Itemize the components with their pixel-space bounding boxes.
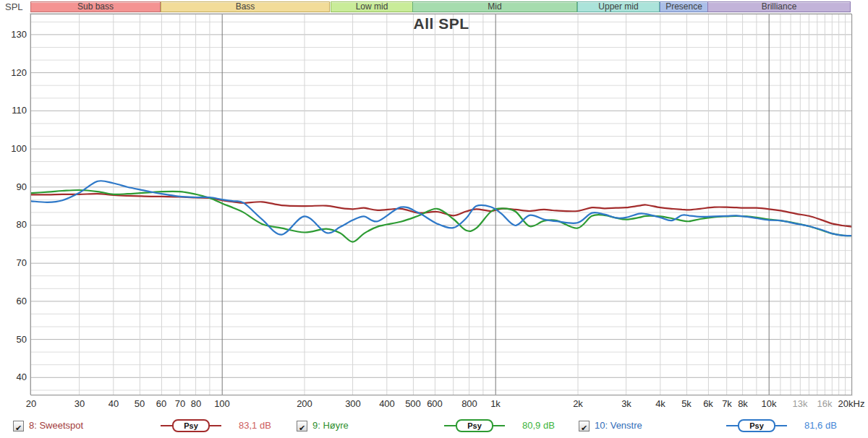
rew-spl-window: SPL Sub bassBassLow midMidUpper midPrese… [0,0,868,438]
gridlines [31,14,851,395]
trace-line-sample [210,425,221,426]
x-tick-label: 2k [556,398,600,409]
y-tick-label: 120 [0,67,27,78]
band-presence: Presence [660,1,708,12]
y-tick-label: 130 [0,29,27,40]
legend-item-venstre: ✔ 10: Venstre Psy 81,6 dB [579,418,854,434]
legend-item-hoyre: ✔ 9: Høyre Psy 80,9 dB [297,418,571,434]
trace-level-value: 81,6 dB [804,420,837,431]
trace-level-value: 80,9 dB [522,420,555,431]
trace-level-value: 83,1 dB [239,420,271,431]
trace-line-sample [493,425,505,426]
y-tick-label: 70 [0,257,27,268]
band-brilliance: Brilliance [707,1,851,12]
trace-10-venstre [31,181,851,236]
band-bass: Bass [161,1,330,12]
psy-smoothing-badge: Psy [738,419,775,432]
psy-smoothing-badge: Psy [172,419,210,432]
trace-label-hoyre[interactable]: 9: Høyre [312,420,349,431]
y-tick-label: 110 [0,105,27,116]
y-tick-label: 40 [0,372,27,382]
trace-line-sample [726,425,738,426]
x-tick-label: 20kHz [830,398,868,409]
x-tick-label: 20 [9,398,53,409]
legend-item-sweetspot: ✔ 8: Sweetspot Psy 83,1 dB [13,418,288,434]
y-axis-title: SPL [5,1,23,12]
band-mid: Mid [412,1,577,12]
trace-line-sample [775,425,787,426]
smoothing-badge-hoyre: Psy [444,418,506,433]
y-tick-label: 50 [0,334,27,345]
x-tick-label: 1k [474,398,517,409]
chart-title: All SPL [30,15,852,33]
band-upper-mid: Upper mid [577,1,660,12]
smoothing-badge-venstre: Psy [726,418,788,433]
plot-area[interactable] [30,14,852,395]
trace-line-sample [161,425,172,426]
trace-checkbox-venstre[interactable]: ✔ [579,421,590,431]
trace-checkbox-sweetspot[interactable]: ✔ [13,421,24,431]
band-low-mid: Low mid [331,1,413,12]
y-tick-label: 80 [0,219,27,230]
trace-checkbox-hoyre[interactable]: ✔ [297,421,307,431]
y-tick-label: 90 [0,181,27,192]
x-tick-label: 100 [200,398,244,409]
y-tick-label: 60 [0,296,27,306]
band-sub-bass: Sub bass [30,1,161,12]
trace-label-sweetspot[interactable]: 8: Sweetspot [29,420,83,431]
psy-smoothing-badge: Psy [456,419,493,432]
smoothing-badge-sweetspot: Psy [161,418,223,433]
spl-chart [31,14,851,395]
y-tick-label: 100 [0,143,27,154]
x-tick-label: 200 [283,398,326,409]
trace-line-sample [444,425,456,426]
trace-label-venstre[interactable]: 10: Venstre [595,420,642,431]
